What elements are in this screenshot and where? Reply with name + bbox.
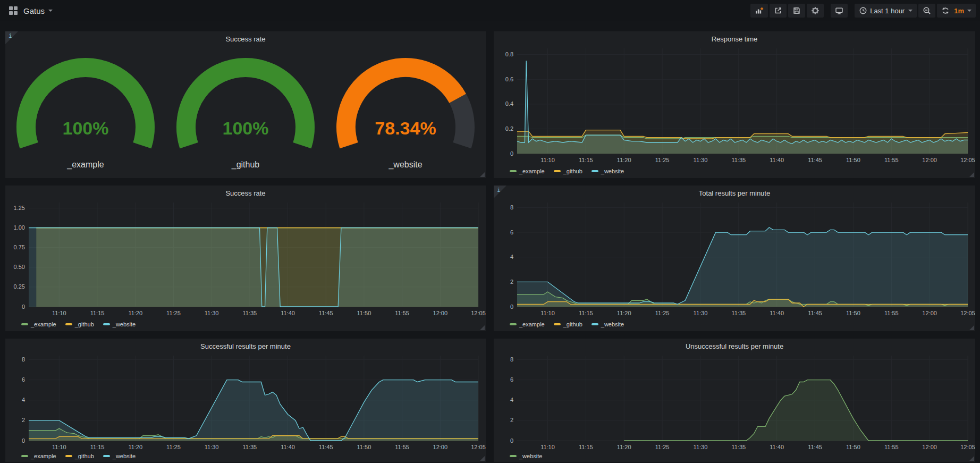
- svg-text:8: 8: [22, 356, 25, 363]
- svg-text:0.6: 0.6: [505, 76, 513, 82]
- panel-unsuccessful-results: Unsuccessful results per minute 0246811:…: [494, 339, 975, 462]
- resize-handle[interactable]: [480, 456, 485, 461]
- svg-text:11:10: 11:10: [540, 157, 555, 163]
- gauge-label: _website: [388, 160, 423, 170]
- legend-swatch-icon: [21, 323, 28, 325]
- svg-text:11:30: 11:30: [205, 310, 219, 316]
- svg-text:0: 0: [510, 304, 513, 310]
- svg-text:0: 0: [22, 437, 25, 444]
- settings-button[interactable]: [807, 4, 824, 18]
- save-icon: [792, 6, 801, 15]
- legend-item[interactable]: _github: [554, 321, 582, 327]
- resize-handle[interactable]: [969, 456, 974, 461]
- svg-text:11:50: 11:50: [357, 444, 371, 450]
- panel-title[interactable]: Unsuccessful results per minute: [494, 342, 975, 350]
- legend-item[interactable]: _github: [65, 321, 94, 327]
- svg-text:11:10: 11:10: [540, 444, 555, 450]
- legend-item[interactable]: _website: [103, 321, 136, 327]
- svg-text:12:00: 12:00: [922, 157, 937, 163]
- legend-label: _website: [601, 168, 624, 174]
- add-panel-icon: [755, 6, 764, 15]
- gauge-row: 100%_example100%_github78.34%_website: [5, 41, 486, 178]
- svg-text:11:45: 11:45: [808, 444, 822, 450]
- svg-text:11:50: 11:50: [846, 444, 860, 450]
- resize-handle[interactable]: [480, 325, 485, 330]
- legend-swatch-icon: [554, 170, 561, 172]
- legend-item[interactable]: _website: [510, 453, 542, 459]
- resize-handle[interactable]: [969, 172, 974, 177]
- panel-title[interactable]: Response time: [494, 35, 975, 43]
- svg-text:11:50: 11:50: [357, 310, 371, 316]
- resize-handle[interactable]: [969, 325, 974, 330]
- svg-text:11:45: 11:45: [319, 310, 333, 316]
- gear-icon: [811, 6, 820, 15]
- dashboard-title[interactable]: Gatus: [23, 6, 45, 15]
- svg-text:11:50: 11:50: [846, 157, 860, 163]
- svg-text:4: 4: [510, 397, 513, 403]
- resize-handle[interactable]: [480, 172, 485, 177]
- refresh-button[interactable]: 1m: [937, 4, 976, 18]
- svg-text:11:55: 11:55: [395, 310, 409, 316]
- legend-item[interactable]: _website: [592, 321, 624, 327]
- legend-item[interactable]: _example: [21, 453, 56, 459]
- svg-text:12:05: 12:05: [960, 157, 975, 163]
- svg-text:12:00: 12:00: [433, 310, 448, 316]
- legend-item[interactable]: _github: [554, 168, 582, 174]
- legend-item[interactable]: _example: [510, 321, 545, 327]
- panel-title[interactable]: Success rate: [5, 189, 486, 197]
- svg-text:11:40: 11:40: [281, 310, 295, 316]
- legend: _example_github_website: [21, 321, 136, 327]
- legend-item[interactable]: _example: [21, 321, 56, 327]
- time-range-label: Last 1 hour: [870, 7, 905, 15]
- panel-title[interactable]: Successful results per minute: [5, 342, 486, 350]
- gauge-_github: 100%_github: [166, 41, 325, 172]
- tv-mode-button[interactable]: [831, 4, 848, 18]
- caret-down-icon: [908, 10, 913, 12]
- svg-text:1.25: 1.25: [14, 205, 25, 211]
- svg-text:4: 4: [510, 254, 513, 260]
- info-icon[interactable]: [494, 186, 506, 198]
- legend-swatch-icon: [592, 323, 598, 325]
- svg-text:11:55: 11:55: [395, 444, 409, 450]
- svg-text:11:45: 11:45: [319, 444, 333, 450]
- legend-label: _website: [113, 321, 136, 327]
- svg-text:0.75: 0.75: [14, 244, 25, 250]
- info-icon[interactable]: [5, 31, 18, 44]
- time-range-picker[interactable]: Last 1 hour: [855, 4, 917, 18]
- legend-label: _website: [113, 453, 136, 459]
- svg-text:11:10: 11:10: [540, 310, 555, 316]
- save-button[interactable]: [788, 4, 805, 18]
- svg-text:12:05: 12:05: [471, 310, 486, 316]
- legend-item[interactable]: _github: [65, 453, 94, 459]
- gauge-value: 100%: [62, 118, 108, 138]
- svg-text:11:15: 11:15: [90, 310, 105, 316]
- add-panel-button[interactable]: [750, 4, 768, 18]
- legend-item[interactable]: _website: [592, 168, 624, 174]
- zoom-out-icon: [923, 6, 931, 15]
- zoom-out-button[interactable]: [918, 4, 935, 18]
- share-button[interactable]: [770, 4, 787, 18]
- panel-total-results: i Total results per minute 0246811:1011:…: [494, 186, 975, 331]
- share-icon: [774, 6, 782, 15]
- svg-text:11:25: 11:25: [166, 310, 181, 316]
- svg-text:0.25: 0.25: [14, 283, 25, 290]
- caret-down-icon[interactable]: [48, 10, 53, 12]
- response-time-chart: 00.20.40.60.811:1011:1511:2011:2511:3011…: [494, 31, 975, 178]
- svg-text:11:25: 11:25: [655, 157, 670, 163]
- refresh-interval-label: 1m: [954, 7, 964, 15]
- caret-down-icon: [967, 10, 971, 12]
- legend: _example_github_website: [21, 453, 136, 459]
- gauge-value: 78.34%: [375, 118, 436, 138]
- svg-text:11:25: 11:25: [166, 444, 181, 450]
- panel-title[interactable]: Success rate: [5, 35, 486, 43]
- apps-grid-icon[interactable]: [9, 6, 18, 15]
- legend-item[interactable]: _website: [103, 453, 136, 459]
- legend-label: _github: [563, 321, 582, 327]
- legend-swatch-icon: [510, 455, 517, 457]
- svg-text:11:50: 11:50: [846, 310, 860, 316]
- legend-item[interactable]: _example: [510, 168, 545, 174]
- svg-text:11:10: 11:10: [52, 310, 66, 316]
- panel-title[interactable]: Total results per minute: [494, 189, 975, 197]
- legend-label: _github: [75, 453, 94, 459]
- legend-label: _github: [563, 168, 582, 174]
